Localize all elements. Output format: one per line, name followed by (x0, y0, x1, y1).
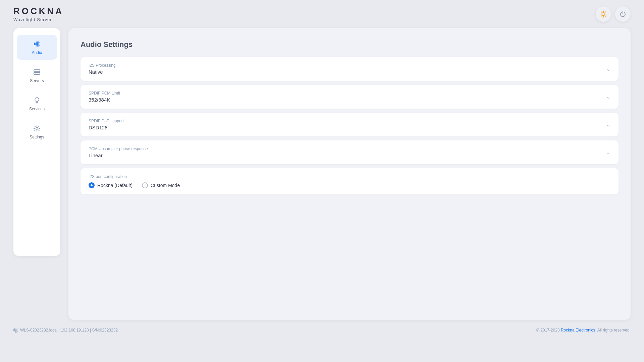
logo-subtitle: Wavelight Server (13, 17, 64, 22)
svg-line-8 (605, 12, 605, 12)
svg-line-7 (601, 16, 601, 16)
i2s-processing-row[interactable]: I2S Processing Native ⌄ (80, 57, 619, 81)
radio-option-custom[interactable]: Custom Mode (142, 182, 180, 188)
pcm-upsampler-content: PCM Upsampler phase response Linear (89, 146, 148, 158)
pcm-upsampler-value: Linear (89, 153, 148, 158)
power-button[interactable] (615, 6, 631, 22)
services-icon (33, 96, 41, 105)
pcm-upsampler-label: PCM Upsampler phase response (89, 146, 148, 151)
footer-device-info: WLS-02323232.local | 192.168.19.128 | S/… (13, 328, 118, 333)
sun-icon (600, 10, 607, 18)
i2s-port-config-options: Rockna (Default) Custom Mode (89, 182, 610, 188)
audio-icon (33, 40, 41, 48)
pcm-upsampler-row[interactable]: PCM Upsampler phase response Linear ⌄ (80, 140, 619, 164)
sidebar-item-servers-label: Servers (30, 78, 44, 83)
svg-line-5 (601, 12, 601, 12)
radio-circle-custom (142, 182, 148, 188)
logo-text: ROCKNA (13, 6, 64, 16)
spdif-dop-label: SPDIF DoP support (89, 119, 124, 123)
radio-label-rockna: Rockna (Default) (97, 183, 132, 188)
i2s-processing-content: I2S Processing Native (89, 63, 116, 75)
device-info-text: WLS-02323232.local | 192.168.19.128 | S/… (20, 328, 118, 333)
spdif-pcm-limit-row[interactable]: SPDIF PCM Limit 352/384K ⌄ (80, 85, 619, 109)
power-icon (619, 10, 627, 18)
radio-label-custom: Custom Mode (151, 183, 180, 188)
servers-icon (33, 68, 41, 76)
svg-point-0 (602, 13, 605, 16)
radio-circle-rockna (89, 182, 95, 188)
spdif-dop-content: SPDIF DoP support DSD128 (89, 119, 124, 130)
footer-copyright: © 2017-2023 Rockna Electronics. All righ… (536, 328, 631, 333)
brand-link[interactable]: Rockna Electronics (561, 328, 595, 333)
header: ROCKNA Wavelight Server (0, 0, 644, 28)
svg-rect-10 (34, 43, 35, 45)
sidebar-item-audio[interactable]: Audio (17, 35, 57, 60)
page-title: Audio Settings (80, 40, 619, 49)
svg-point-13 (35, 70, 36, 71)
rights-text: . All rights reserved. (595, 328, 631, 333)
i2s-processing-value: Native (89, 69, 116, 75)
sidebar-item-services[interactable]: Services (17, 91, 57, 116)
svg-point-16 (36, 127, 38, 129)
copyright-text: © 2017-2023 (536, 328, 561, 333)
sidebar-item-servers[interactable]: Servers (17, 63, 57, 88)
content-area: Audio Settings I2S Processing Native ⌄ S… (68, 28, 631, 320)
i2s-port-config-row: I2S port configuration Rockna (Default) … (80, 168, 619, 194)
sidebar-item-settings-label: Settings (30, 135, 44, 139)
svg-line-6 (605, 16, 605, 16)
theme-button[interactable] (596, 6, 611, 22)
header-actions (596, 6, 631, 22)
globe-icon (13, 328, 18, 333)
chevron-down-icon: ⌄ (606, 66, 610, 72)
main-layout: Audio Servers Ser (0, 28, 644, 320)
spdif-pcm-limit-content: SPDIF PCM Limit 352/384K (89, 91, 120, 103)
sidebar: Audio Servers Ser (13, 28, 60, 256)
settings-icon (33, 124, 41, 133)
footer: WLS-02323232.local | 192.168.19.128 | S/… (0, 322, 644, 338)
spdif-dop-value: DSD128 (89, 125, 124, 130)
svg-point-14 (35, 73, 36, 74)
logo-area: ROCKNA Wavelight Server (13, 6, 64, 22)
spdif-dop-row[interactable]: SPDIF DoP support DSD128 ⌄ (80, 113, 619, 136)
radio-option-rockna[interactable]: Rockna (Default) (89, 182, 132, 188)
spdif-pcm-limit-label: SPDIF PCM Limit (89, 91, 120, 96)
chevron-down-icon-2: ⌄ (606, 94, 610, 100)
spdif-pcm-limit-value: 352/384K (89, 97, 120, 103)
sidebar-item-audio-label: Audio (32, 50, 42, 55)
sidebar-item-settings[interactable]: Settings (17, 119, 57, 144)
chevron-down-icon-4: ⌄ (606, 149, 610, 156)
i2s-port-config-label: I2S port configuration (89, 174, 610, 179)
chevron-down-icon-3: ⌄ (606, 121, 610, 128)
sidebar-item-services-label: Services (29, 107, 45, 111)
i2s-processing-label: I2S Processing (89, 63, 116, 68)
